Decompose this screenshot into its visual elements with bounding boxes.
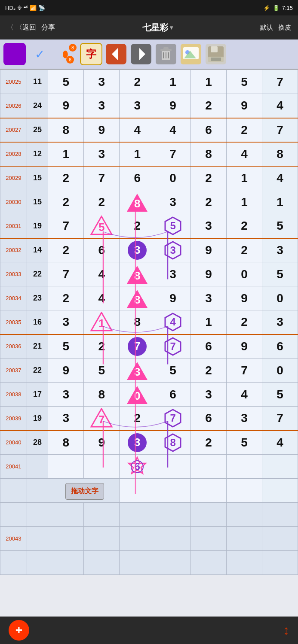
cell-n3: 6 bbox=[120, 455, 155, 479]
cell-n7: 0 bbox=[262, 286, 298, 310]
char-label: 字 bbox=[86, 47, 96, 61]
nav-right[interactable]: 默认 换皮 bbox=[260, 24, 291, 32]
cell-n6: 1 bbox=[227, 166, 262, 190]
share-label[interactable]: 分享 bbox=[41, 23, 55, 32]
add-button[interactable]: + bbox=[9, 620, 29, 641]
row-id: 20037 bbox=[0, 358, 27, 383]
time-display: 7:15 bbox=[282, 5, 293, 11]
cell-n2: 2 bbox=[84, 334, 120, 358]
row-id: 20035 bbox=[0, 310, 27, 334]
cell-n7: 4 bbox=[262, 94, 298, 118]
table-row: 20039 19 3 7 2 7 6 bbox=[0, 407, 298, 431]
row-id: 20043 bbox=[0, 527, 27, 551]
cell-n1: 2 bbox=[48, 238, 84, 262]
row-sum: 22 bbox=[27, 358, 48, 383]
check-button[interactable]: ✓ bbox=[28, 43, 51, 65]
row-id: 20027 bbox=[0, 118, 27, 142]
cell-n7: 5 bbox=[262, 383, 298, 407]
cell-n2 bbox=[84, 527, 120, 551]
row-id: 20026 bbox=[0, 94, 27, 118]
signal-bars-icon: 📶 bbox=[30, 5, 37, 11]
cell-n6 bbox=[227, 503, 262, 527]
dropdown-icon[interactable]: ▾ bbox=[170, 24, 173, 31]
row-id: 20028 bbox=[0, 142, 27, 166]
nav-left[interactable]: 〈 〈返回 分享 bbox=[7, 23, 55, 32]
cell-n2: 5 bbox=[84, 358, 120, 383]
table-row: 20030 15 2 2 8 3 2 1 1 bbox=[0, 190, 298, 214]
cell-n4: 0 bbox=[155, 166, 191, 190]
cell-n5 bbox=[191, 503, 227, 527]
row-id bbox=[0, 479, 27, 503]
cell-n6: 2 bbox=[227, 238, 262, 262]
network-icon: ⁴⁶ bbox=[24, 5, 28, 11]
cell-n2: 9 bbox=[84, 431, 120, 455]
save-button[interactable] bbox=[205, 43, 227, 65]
status-right: ⚡ 🔋 7:15 bbox=[263, 5, 293, 11]
cell-n2 bbox=[84, 551, 120, 575]
badge-8: 8 bbox=[69, 44, 77, 52]
cell-n6: 2 bbox=[227, 310, 262, 334]
cell-n1: 9 bbox=[48, 94, 84, 118]
badge-button[interactable]: ⬮ 8 6 bbox=[53, 43, 77, 65]
row-sum: 19 bbox=[27, 407, 48, 431]
photo-button[interactable] bbox=[180, 43, 202, 65]
cell-n6: 2 bbox=[227, 118, 262, 142]
cell-n6: 3 bbox=[227, 407, 262, 431]
cell-n7: 0 bbox=[262, 358, 298, 383]
nav-back-button[interactable] bbox=[105, 43, 127, 65]
cell-n7 bbox=[262, 527, 298, 551]
cell-n3 bbox=[120, 503, 155, 527]
table-row: 20040 28 8 9 3 8 2 5 4 bbox=[0, 431, 298, 455]
cell-n7 bbox=[262, 551, 298, 575]
cell-n7: 4 bbox=[262, 166, 298, 190]
sort-button[interactable]: ↕ bbox=[283, 623, 289, 638]
cell-n2: 3 bbox=[84, 70, 120, 94]
cell-n5: 9 bbox=[191, 238, 227, 262]
table-row bbox=[0, 551, 298, 575]
cell-n7 bbox=[262, 479, 298, 503]
cell-n7: 7 bbox=[262, 70, 298, 94]
cell-n5: 3 bbox=[191, 383, 227, 407]
drag-text-button[interactable]: 拖动文字 bbox=[65, 483, 104, 500]
row-sum bbox=[27, 503, 48, 527]
trash-button[interactable] bbox=[155, 43, 177, 65]
table-row: 拖动文字 bbox=[0, 479, 298, 503]
skin-label[interactable]: 换皮 bbox=[278, 24, 291, 32]
cell-n4 bbox=[155, 455, 191, 479]
cell-n1: 2 bbox=[48, 190, 84, 214]
cell-n7: 4 bbox=[262, 431, 298, 455]
hex-outline-cell: 3 bbox=[163, 241, 182, 260]
cell-n4: 8 bbox=[155, 431, 191, 455]
cell-n1: 8 bbox=[48, 431, 84, 455]
check-icon: ✓ bbox=[35, 47, 45, 61]
cell-n1 bbox=[48, 503, 84, 527]
plus-icon: + bbox=[15, 623, 22, 637]
cell-n7: 3 bbox=[262, 238, 298, 262]
cell-n5 bbox=[191, 479, 227, 503]
cell-n4: 7 bbox=[155, 334, 191, 358]
signal-icon: ※ bbox=[17, 5, 22, 11]
row-id bbox=[0, 551, 27, 575]
row-sum: 14 bbox=[27, 238, 48, 262]
back-arrow-icon[interactable]: 〈 bbox=[7, 23, 14, 32]
row-id: 20033 bbox=[0, 262, 27, 286]
nav-forward-button[interactable] bbox=[130, 43, 152, 65]
cell-n4: 9 bbox=[155, 94, 191, 118]
table-row: 20031 19 7 5 2 5 3 bbox=[0, 214, 298, 238]
cell-n1: 7 bbox=[48, 262, 84, 286]
back-label[interactable]: 〈返回 bbox=[15, 23, 36, 32]
row-id: 20038 bbox=[0, 383, 27, 407]
cell-n5 bbox=[191, 551, 227, 575]
battery-icon: 🔋 bbox=[273, 5, 280, 11]
cell-n2: 8 bbox=[84, 383, 120, 407]
svg-rect-17 bbox=[211, 46, 218, 52]
default-label[interactable]: 默认 bbox=[260, 24, 273, 32]
table-row: 20034 23 2 4 8 9 3 9 0 bbox=[0, 286, 298, 310]
row-sum bbox=[27, 479, 48, 503]
drag-cell[interactable]: 拖动文字 bbox=[48, 479, 120, 503]
svg-rect-19 bbox=[211, 58, 221, 61]
row-sum: 15 bbox=[27, 190, 48, 214]
triangle-outline-cell: 1 bbox=[90, 311, 113, 333]
char-button[interactable]: 字 bbox=[80, 43, 102, 65]
color-swatch-button[interactable] bbox=[3, 43, 26, 65]
